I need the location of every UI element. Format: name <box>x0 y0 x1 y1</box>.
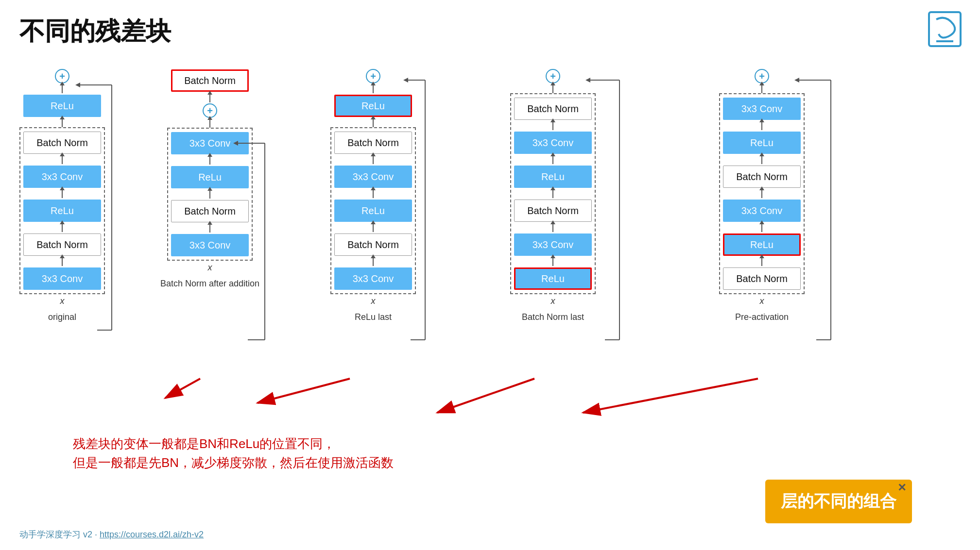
arrow-d3-2 <box>373 118 374 127</box>
arrow-d4-5 <box>552 223 553 232</box>
block-bn-5b: Batch Norm <box>723 267 801 290</box>
arrow-d2-3 <box>209 156 210 165</box>
arrow-d2-2 <box>209 119 210 128</box>
x-label-3: x <box>371 296 376 306</box>
block-bn-1b: Batch Norm <box>23 233 101 256</box>
diagram-bn-after: Batch Norm + 3x3 Conv ReLu Batch Norm 3x… <box>160 68 259 289</box>
arrow-6 <box>62 257 63 266</box>
block-bn-4a: Batch Norm <box>514 98 592 120</box>
block-relu-4-red: ReLu <box>514 267 592 290</box>
arrow-d5-6 <box>761 257 762 266</box>
annotation-line1: 残差块的变体一般都是BN和ReLu的位置不同， <box>73 434 394 453</box>
block-bn-5a: Batch Norm <box>723 166 801 188</box>
block-conv-4b: 3x3 Conv <box>514 233 592 256</box>
close-icon[interactable]: ✕ <box>897 482 906 494</box>
annotation-line2: 但是一般都是先BN，减少梯度弥散，然后在使用激活函数 <box>73 453 394 472</box>
arrow-d4-2 <box>552 121 553 130</box>
footer-link[interactable]: https://courses.d2l.ai/zh-v2 <box>100 530 204 539</box>
block-bn-3b: Batch Norm <box>334 233 412 256</box>
block-bn-top-red: Batch Norm <box>171 69 249 92</box>
arrow-d4-6 <box>552 257 553 266</box>
logo-icon <box>927 10 965 49</box>
arrow-d3-1 <box>373 84 374 93</box>
dashed-box-5: 3x3 Conv ReLu Batch Norm 3x3 Conv ReLu B… <box>719 93 805 294</box>
arrow-3 <box>62 155 63 164</box>
footer: 动手学深度学习 v2 · https://courses.d2l.ai/zh-v… <box>19 529 204 540</box>
tooltip-callout: ✕ 层的不同的组合 <box>765 480 912 523</box>
arrow-d5-5 <box>761 223 762 232</box>
page-title: 不同的残差块 <box>19 15 171 49</box>
tooltip-text: 层的不同的组合 <box>781 492 896 510</box>
block-relu-3-red: ReLu <box>334 95 412 117</box>
label-4: Batch Norm last <box>522 312 584 322</box>
block-relu-5-red: ReLu <box>723 233 801 256</box>
block-relu-2: ReLu <box>171 166 249 188</box>
block-conv-3b: 3x3 Conv <box>334 267 412 290</box>
svg-line-25 <box>583 379 758 413</box>
block-conv-2a: 3x3 Conv <box>171 132 249 154</box>
block-bn-3a: Batch Norm <box>334 132 412 154</box>
block-conv-2b: 3x3 Conv <box>171 234 249 256</box>
x-label-1: x <box>60 296 65 306</box>
block-conv-1: 3x3 Conv <box>23 166 101 188</box>
arrow-d5-3 <box>761 155 762 164</box>
arrow-d5-2 <box>761 121 762 130</box>
arrow-d3-6 <box>373 257 374 266</box>
arrow-d5-4 <box>761 189 762 198</box>
block-relu-1: ReLu <box>23 95 101 117</box>
arrow-d5-1 <box>761 84 762 93</box>
block-conv-1b: 3x3 Conv <box>23 267 101 290</box>
svg-line-23 <box>258 379 350 403</box>
diagram-pre-activation: + 3x3 Conv ReLu Batch Norm 3x3 Conv ReLu… <box>719 68 805 322</box>
footer-text: 动手学深度学习 v2 · <box>19 530 100 539</box>
label-3: ReLu last <box>355 312 392 322</box>
svg-line-24 <box>437 379 534 413</box>
arrow-d3-4 <box>373 189 374 198</box>
label-1: original <box>48 312 76 322</box>
x-label-5: x <box>760 296 764 306</box>
svg-line-22 <box>165 379 200 398</box>
block-bn-1a: Batch Norm <box>23 132 101 154</box>
arrow-d2-5 <box>209 224 210 233</box>
block-bn-4b: Batch Norm <box>514 200 592 222</box>
dashed-box-2: 3x3 Conv ReLu Batch Norm 3x3 Conv <box>167 128 253 261</box>
block-bn-2b: Batch Norm <box>171 200 249 222</box>
arrow-d3-5 <box>373 223 374 232</box>
diagram-bn-last: + Batch Norm 3x3 Conv ReLu Batch Norm 3x… <box>510 68 596 322</box>
block-relu-1b: ReLu <box>23 200 101 222</box>
block-conv-4a: 3x3 Conv <box>514 132 592 154</box>
arrow-4 <box>62 189 63 198</box>
label-2: Batch Norm after addition <box>160 279 259 289</box>
arrow-2 <box>62 118 63 127</box>
label-5: Pre-activation <box>735 312 789 322</box>
dashed-box-3: Batch Norm 3x3 Conv ReLu Batch Norm 3x3 … <box>330 127 416 294</box>
block-conv-5b: 3x3 Conv <box>723 200 801 222</box>
x-label-2: x <box>208 263 212 273</box>
block-relu-5a: ReLu <box>723 132 801 154</box>
block-relu-4a: ReLu <box>514 166 592 188</box>
arrow-d2-4 <box>209 190 210 199</box>
arrow-d4-4 <box>552 189 553 198</box>
arrow-d2-1 <box>209 94 210 102</box>
dashed-box-1: Batch Norm 3x3 Conv ReLu Batch Norm 3x3 … <box>19 127 105 294</box>
block-relu-3b: ReLu <box>334 200 412 222</box>
annotation-box: 残差块的变体一般都是BN和ReLu的位置不同， 但是一般都是先BN，减少梯度弥散… <box>73 434 394 472</box>
arrow-1 <box>62 84 63 93</box>
arrow-d4-1 <box>552 84 553 93</box>
arrow-d4-3 <box>552 155 553 164</box>
diagram-original: + ReLu Batch Norm 3x3 Conv ReLu Batch No… <box>19 68 105 322</box>
x-label-4: x <box>551 296 555 306</box>
dashed-box-4: Batch Norm 3x3 Conv ReLu Batch Norm 3x3 … <box>510 93 596 294</box>
block-conv-5a: 3x3 Conv <box>723 98 801 120</box>
arrow-d3-3 <box>373 155 374 164</box>
diagram-relu-last: + ReLu Batch Norm 3x3 Conv ReLu Batch No… <box>330 68 416 322</box>
block-conv-3a: 3x3 Conv <box>334 166 412 188</box>
arrow-5 <box>62 223 63 232</box>
